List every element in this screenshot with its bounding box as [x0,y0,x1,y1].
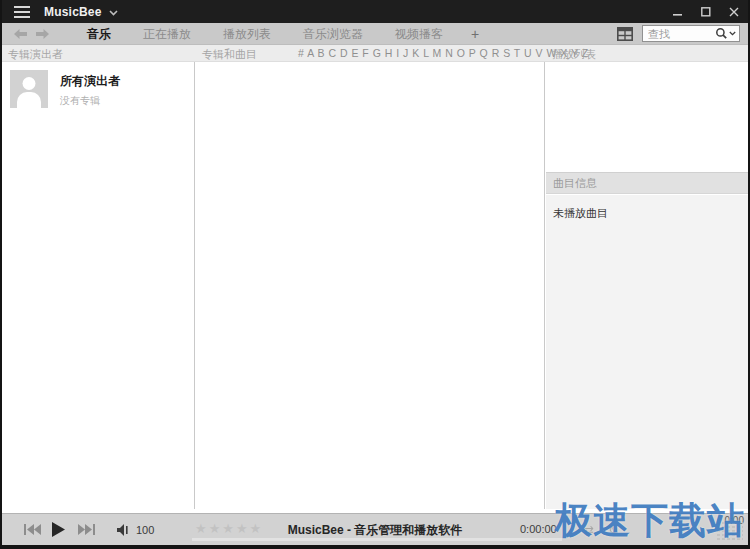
now-playing-title: MusicBee - 音乐管理和播放软件 [2,522,748,539]
alphabet-jump-bar[interactable]: # A B C D E F G H I J K L M N O P Q R S … [298,47,589,59]
artist-subtitle: 没有专辑 [60,94,120,108]
search-input[interactable] [648,28,715,40]
albums-panel-header: 专辑和曲目 [202,47,257,62]
tabbar-right [617,25,740,42]
playlist-panel-header: 播放列表 [552,47,596,62]
search-icon[interactable] [715,27,736,40]
close-button[interactable] [720,0,748,23]
track-info-body: 未播放曲目 [546,195,748,509]
volume-value: 100 [136,524,154,536]
panel-layout-icon[interactable] [617,27,633,41]
artist-texts: 所有演出者 没有专辑 [60,70,120,108]
app-title: MusicBee [44,5,102,19]
speaker-icon [117,524,130,536]
artist-name: 所有演出者 [60,70,120,90]
main-menu-icon[interactable] [14,6,30,18]
no-track-status: 未播放曲目 [546,195,748,221]
column-headers: 专辑演出者 专辑和曲目 # A B C D E F G H I J K L M … [2,45,748,62]
tab-now-playing[interactable]: 正在播放 [127,23,207,45]
track-info-header: 曲目信息 [546,172,748,194]
tab-music-explorer[interactable]: 音乐浏览器 [287,23,379,45]
tab-bar: 音乐 正在播放 播放列表 音乐浏览器 视频播客 + [2,23,748,45]
right-sidebar: 曲目信息 未播放曲目 [546,62,748,509]
shuffle-icon[interactable]: ⇄ [584,523,594,537]
minimize-button[interactable] [664,0,692,23]
artists-panel-header: 专辑演出者 [8,47,63,62]
volume-control[interactable]: 100 [117,514,154,545]
nav-arrows [14,29,49,39]
artists-panel: 所有演出者 没有专辑 [2,62,195,509]
albums-tracks-panel[interactable] [196,62,545,509]
window-controls [664,0,748,23]
rating-stars[interactable]: ★★★★★ [195,521,263,536]
forward-arrow-icon[interactable] [36,29,49,39]
seek-bar[interactable] [192,538,562,541]
playlist-queue-area[interactable] [546,62,748,172]
artist-list-item[interactable]: 所有演出者 没有专辑 [2,62,194,116]
tab-video-podcast[interactable]: 视频播客 [379,23,459,45]
maximize-button[interactable] [692,0,720,23]
add-tab-button[interactable]: + [459,26,491,42]
previous-track-button[interactable] [24,514,41,545]
repeat-icon[interactable]: ↻ [608,523,618,537]
back-arrow-icon[interactable] [14,29,27,39]
elapsed-time: 0:00:00 [520,523,557,535]
visualizer-icon[interactable] [717,522,743,542]
tab-playlists[interactable]: 播放列表 [207,23,287,45]
artist-avatar [10,70,48,108]
player-bar: 100 ★★★★★ MusicBee - 音乐管理和播放软件 0:00:00 ⇄… [2,513,748,545]
title-bar: MusicBee [2,0,748,23]
next-track-button[interactable] [78,514,95,545]
chevron-down-icon[interactable] [109,10,118,16]
main-content: 所有演出者 没有专辑 曲目信息 未播放曲目 [2,62,748,509]
tabs: 音乐 正在播放 播放列表 音乐浏览器 视频播客 + [71,23,491,45]
playback-mode-icons: ⇄ ↻ [584,523,618,537]
tab-music[interactable]: 音乐 [71,23,127,45]
search-box [642,25,740,42]
musicbee-window: MusicBee 音乐 正在播放 [0,0,750,549]
play-button[interactable] [52,514,65,545]
